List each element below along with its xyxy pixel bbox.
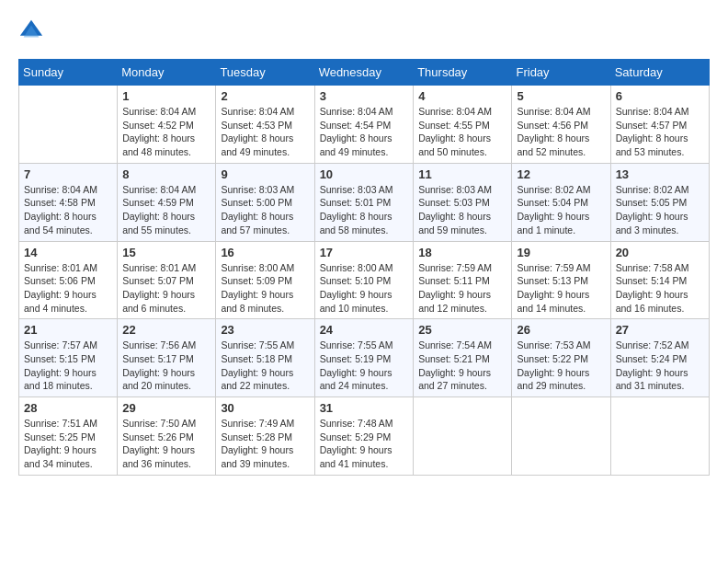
calendar-cell: 5Sunrise: 8:04 AM Sunset: 4:56 PM Daylig… [512,86,610,164]
calendar-cell: 22Sunrise: 7:56 AM Sunset: 5:17 PM Dayli… [118,319,216,397]
calendar-cell: 8Sunrise: 8:04 AM Sunset: 4:59 PM Daylig… [118,163,216,241]
day-number: 9 [221,167,309,181]
calendar-cell: 12Sunrise: 8:02 AM Sunset: 5:04 PM Dayli… [512,163,610,241]
day-info: Sunrise: 7:49 AM Sunset: 5:28 PM Dayligh… [221,417,309,471]
calendar-cell [414,397,512,476]
day-number: 18 [418,246,506,259]
calendar-week-row: 21Sunrise: 7:57 AM Sunset: 5:15 PM Dayli… [19,319,710,397]
calendar-cell: 13Sunrise: 8:02 AM Sunset: 5:05 PM Dayli… [610,163,709,241]
calendar-cell [19,86,118,164]
calendar-cell: 9Sunrise: 8:03 AM Sunset: 5:00 PM Daylig… [216,163,314,241]
calendar-cell: 10Sunrise: 8:03 AM Sunset: 5:01 PM Dayli… [314,163,414,241]
day-number: 28 [24,401,112,415]
day-number: 14 [24,246,112,259]
day-info: Sunrise: 8:04 AM Sunset: 4:53 PM Dayligh… [221,105,309,159]
day-info: Sunrise: 8:04 AM Sunset: 4:58 PM Dayligh… [24,183,112,237]
calendar-week-row: 7Sunrise: 8:04 AM Sunset: 4:58 PM Daylig… [19,163,710,241]
day-info: Sunrise: 8:01 AM Sunset: 5:07 PM Dayligh… [122,261,210,316]
day-number: 11 [418,167,506,181]
calendar-week-row: 14Sunrise: 8:01 AM Sunset: 5:06 PM Dayli… [19,241,710,319]
day-info: Sunrise: 7:48 AM Sunset: 5:29 PM Dayligh… [320,417,409,471]
day-number: 5 [517,89,605,103]
calendar-cell: 24Sunrise: 7:55 AM Sunset: 5:19 PM Dayli… [314,319,414,397]
day-info: Sunrise: 7:51 AM Sunset: 5:25 PM Dayligh… [24,417,112,471]
day-number: 6 [616,89,704,103]
day-info: Sunrise: 8:02 AM Sunset: 5:04 PM Dayligh… [517,183,605,237]
calendar-cell: 1Sunrise: 8:04 AM Sunset: 4:52 PM Daylig… [118,86,216,164]
weekday-header: Tuesday [216,60,314,86]
logo-icon [18,18,44,44]
day-number: 30 [221,401,309,415]
day-info: Sunrise: 7:57 AM Sunset: 5:15 PM Dayligh… [24,339,112,393]
day-number: 16 [221,246,309,259]
calendar-cell: 14Sunrise: 8:01 AM Sunset: 5:06 PM Dayli… [19,241,118,319]
day-info: Sunrise: 7:58 AM Sunset: 5:14 PM Dayligh… [616,261,704,316]
calendar-cell: 2Sunrise: 8:04 AM Sunset: 4:53 PM Daylig… [216,86,314,164]
calendar-cell: 26Sunrise: 7:53 AM Sunset: 5:22 PM Dayli… [512,319,610,397]
calendar-cell: 11Sunrise: 8:03 AM Sunset: 5:03 PM Dayli… [414,163,512,241]
day-info: Sunrise: 8:04 AM Sunset: 4:55 PM Dayligh… [418,105,506,159]
calendar-cell: 6Sunrise: 8:04 AM Sunset: 4:57 PM Daylig… [610,86,709,164]
calendar-cell: 19Sunrise: 7:59 AM Sunset: 5:13 PM Dayli… [512,241,610,319]
calendar-cell: 30Sunrise: 7:49 AM Sunset: 5:28 PM Dayli… [216,397,314,476]
calendar-cell [610,397,709,476]
day-number: 12 [517,167,605,181]
day-info: Sunrise: 7:59 AM Sunset: 5:13 PM Dayligh… [517,261,605,316]
calendar-cell [512,397,610,476]
weekday-header: Saturday [610,60,709,86]
calendar-cell: 31Sunrise: 7:48 AM Sunset: 5:29 PM Dayli… [314,397,414,476]
day-info: Sunrise: 7:53 AM Sunset: 5:22 PM Dayligh… [517,339,605,393]
calendar-cell: 21Sunrise: 7:57 AM Sunset: 5:15 PM Dayli… [19,319,118,397]
day-number: 22 [122,323,210,337]
weekday-header: Sunday [19,60,118,86]
logo [18,18,48,44]
day-number: 3 [320,89,409,103]
day-info: Sunrise: 8:04 AM Sunset: 4:57 PM Dayligh… [616,105,704,159]
day-number: 19 [517,246,605,259]
calendar-cell: 20Sunrise: 7:58 AM Sunset: 5:14 PM Dayli… [610,241,709,319]
day-info: Sunrise: 7:50 AM Sunset: 5:26 PM Dayligh… [122,417,210,471]
day-info: Sunrise: 8:04 AM Sunset: 4:54 PM Dayligh… [320,105,409,159]
day-number: 15 [122,246,210,259]
calendar-cell: 16Sunrise: 8:00 AM Sunset: 5:09 PM Dayli… [216,241,314,319]
day-info: Sunrise: 8:02 AM Sunset: 5:05 PM Dayligh… [616,183,704,237]
calendar-cell: 15Sunrise: 8:01 AM Sunset: 5:07 PM Dayli… [118,241,216,319]
calendar-week-row: 28Sunrise: 7:51 AM Sunset: 5:25 PM Dayli… [19,397,710,476]
day-info: Sunrise: 7:56 AM Sunset: 5:17 PM Dayligh… [122,339,210,393]
day-info: Sunrise: 8:03 AM Sunset: 5:01 PM Dayligh… [320,183,409,237]
calendar-header: SundayMondayTuesdayWednesdayThursdayFrid… [19,60,710,86]
day-number: 24 [320,323,409,337]
calendar-cell: 7Sunrise: 8:04 AM Sunset: 4:58 PM Daylig… [19,163,118,241]
day-number: 4 [418,89,506,103]
day-info: Sunrise: 7:55 AM Sunset: 5:18 PM Dayligh… [221,339,309,393]
day-number: 25 [418,323,506,337]
page-header [18,18,710,44]
weekday-header: Thursday [414,60,512,86]
calendar-cell: 3Sunrise: 8:04 AM Sunset: 4:54 PM Daylig… [314,86,414,164]
calendar-body: 1Sunrise: 8:04 AM Sunset: 4:52 PM Daylig… [19,86,710,476]
day-number: 7 [24,167,112,181]
day-info: Sunrise: 8:04 AM Sunset: 4:56 PM Dayligh… [517,105,605,159]
day-info: Sunrise: 7:52 AM Sunset: 5:24 PM Dayligh… [616,339,704,393]
day-number: 20 [616,246,704,259]
calendar-cell: 25Sunrise: 7:54 AM Sunset: 5:21 PM Dayli… [414,319,512,397]
calendar-cell: 17Sunrise: 8:00 AM Sunset: 5:10 PM Dayli… [314,241,414,319]
calendar-cell: 4Sunrise: 8:04 AM Sunset: 4:55 PM Daylig… [414,86,512,164]
day-number: 8 [122,167,210,181]
day-number: 27 [616,323,704,337]
day-number: 10 [320,167,409,181]
day-info: Sunrise: 7:55 AM Sunset: 5:19 PM Dayligh… [320,339,409,393]
day-number: 31 [320,401,409,415]
day-info: Sunrise: 8:04 AM Sunset: 4:52 PM Dayligh… [122,105,210,159]
day-info: Sunrise: 7:59 AM Sunset: 5:11 PM Dayligh… [418,261,506,316]
day-info: Sunrise: 8:04 AM Sunset: 4:59 PM Dayligh… [122,183,210,237]
day-number: 29 [122,401,210,415]
day-number: 2 [221,89,309,103]
calendar-cell: 29Sunrise: 7:50 AM Sunset: 5:26 PM Dayli… [118,397,216,476]
day-number: 13 [616,167,704,181]
day-number: 26 [517,323,605,337]
day-info: Sunrise: 8:00 AM Sunset: 5:09 PM Dayligh… [221,261,309,316]
weekday-header: Monday [118,60,216,86]
day-info: Sunrise: 8:01 AM Sunset: 5:06 PM Dayligh… [24,261,112,316]
weekday-row: SundayMondayTuesdayWednesdayThursdayFrid… [19,60,710,86]
